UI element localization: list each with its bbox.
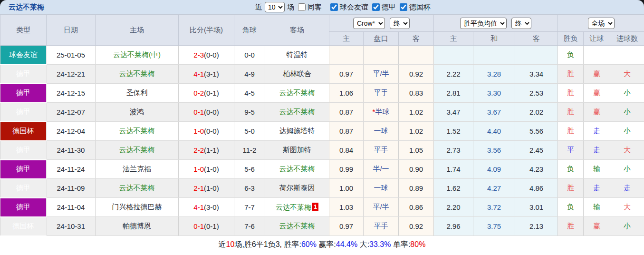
single-rate-value: 80% — [410, 240, 425, 249]
recent-count-select[interactable]: 10 — [265, 2, 285, 12]
handicap-cell: 一球 — [364, 179, 399, 198]
avg-away-odds: 3.01 — [515, 198, 558, 217]
date-cell: 24-12-21 — [47, 65, 96, 84]
matches-label: 场 — [287, 3, 294, 12]
away-team[interactable]: 达姆施塔特 — [265, 122, 329, 141]
home-team[interactable]: 云达不莱梅(中) — [96, 46, 179, 65]
result-cell: 平 — [558, 141, 584, 160]
date-cell: 24-10-31 — [47, 217, 96, 236]
away-team[interactable]: 特温特 — [265, 46, 329, 65]
same-venue-checkbox[interactable] — [298, 3, 306, 11]
avg-time-select[interactable]: 终 — [511, 18, 531, 29]
avg-home-odds: 1.62 — [434, 179, 473, 198]
crow-home-odds: 0.97 — [329, 217, 364, 236]
league-type-cell: 德国杯 — [0, 217, 47, 236]
score-cell: 0-1(0-0) — [179, 103, 234, 122]
date-cell: 24-12-07 — [47, 103, 96, 122]
handicap-cell: 平手 — [364, 217, 399, 236]
home-team[interactable]: 门兴格拉德巴赫 — [96, 198, 179, 217]
full-score: 2-3 — [193, 51, 204, 59]
handicap-rate-label: 赢率: — [317, 240, 336, 250]
col-header-home: 主场 — [96, 15, 179, 46]
sub-header-crow-away: 客 — [399, 32, 434, 46]
date-cell: 25-01-05 — [47, 46, 96, 65]
crow-away-odds: 0.92 — [399, 65, 434, 84]
odds-time-select[interactable]: 终 — [390, 18, 410, 29]
avg-away-odds: 3.34 — [515, 65, 558, 84]
win-rate-value: 60% — [301, 240, 317, 249]
avg-home-odds: 2.20 — [434, 198, 473, 217]
avg-home-odds: 3.47 — [434, 103, 473, 122]
away-team[interactable]: 荷尔斯泰因 — [265, 179, 329, 198]
date-cell: 24-11-09 — [47, 179, 96, 198]
avg-away-odds: 2.02 — [515, 103, 558, 122]
home-team[interactable]: 云达不莱梅 — [96, 122, 179, 141]
result-cell: 胜 — [558, 122, 584, 141]
away-team[interactable]: 斯图加特 — [265, 141, 329, 160]
same-venue-label[interactable]: 同客 — [308, 3, 322, 12]
half-score: (0-0) — [204, 108, 219, 116]
crow-away-odds: 0.90 — [399, 160, 434, 179]
home-team[interactable]: 帕德博恩 — [96, 217, 179, 236]
avg-home-odds: 2.81 — [434, 84, 473, 103]
crow-away-odds: 0.83 — [399, 84, 434, 103]
full-score: 1-0 — [193, 165, 204, 173]
score-cell: 1-0(0-0) — [179, 122, 234, 141]
handicap-result-cell: 赢 — [584, 65, 610, 84]
away-team[interactable]: 柏林联合 — [265, 65, 329, 84]
full-score: 4-1 — [193, 70, 204, 78]
table-row: 德国杯 24-10-31 帕德博恩 0-1(0-1) 7-6 云达不莱梅 0.9… — [0, 217, 644, 236]
table-row: 德甲 24-12-15 圣保利 0-2(0-1) 4-5 云达不莱梅 1.06 … — [0, 84, 644, 103]
half-score: (0-0) — [204, 127, 219, 135]
goals-result-cell: 小 — [610, 103, 644, 122]
home-team[interactable]: 云达不莱梅 — [96, 141, 179, 160]
filter-controls: 近 10 场 同客 球会友谊 德甲 德国杯 — [255, 0, 431, 14]
bundesliga-filter-checkbox[interactable] — [372, 3, 380, 11]
handicap-result-cell: 走 — [584, 141, 610, 160]
avg-draw-odds: 3.30 — [473, 84, 515, 103]
home-team[interactable]: 云达不莱梅 — [96, 179, 179, 198]
german-cup-filter-label[interactable]: 德国杯 — [409, 3, 431, 12]
col-header-type: 类型 — [0, 15, 47, 46]
odds-company-select[interactable]: Crow* — [353, 18, 385, 29]
away-team[interactable]: 云达不莱梅1 — [265, 198, 329, 217]
handicap-result-cell: 赢 — [584, 84, 610, 103]
match-history-panel: 云达不莱梅 近 10 场 同客 球会友谊 德甲 德国杯 类型 — [0, 0, 644, 255]
result-cell: 负 — [558, 160, 584, 179]
friendly-filter-label[interactable]: 球会友谊 — [340, 3, 368, 12]
full-score: 2-1 — [193, 184, 204, 192]
goals-result-cell: 走 — [610, 179, 644, 198]
home-team[interactable]: 圣保利 — [96, 84, 179, 103]
away-team[interactable]: 云达不莱梅 — [265, 84, 329, 103]
home-team[interactable]: 云达不莱梅 — [96, 65, 179, 84]
home-team[interactable]: 法兰克福 — [96, 160, 179, 179]
crow-home-odds: 0.87 — [329, 122, 364, 141]
team-title: 云达不莱梅 — [9, 3, 44, 12]
goals-result-cell: 大 — [610, 65, 644, 84]
away-team[interactable]: 云达不莱梅 — [265, 217, 329, 236]
league-type-cell: 球会友谊 — [0, 46, 47, 65]
home-team[interactable]: 波鸿 — [96, 103, 179, 122]
scope-select[interactable]: 全场 — [588, 18, 615, 29]
avg-company-select[interactable]: 胜平负均值 — [460, 18, 507, 29]
table-row: 德甲 24-11-04 门兴格拉德巴赫 4-1(3-0) 7-7 云达不莱梅1 … — [0, 198, 644, 217]
single-rate-label: 单率: — [391, 240, 410, 250]
bundesliga-filter-label[interactable]: 德甲 — [382, 3, 396, 12]
win-rate-label: 胜率: — [284, 240, 301, 250]
crow-home-odds: 1.06 — [329, 84, 364, 103]
friendly-filter-checkbox[interactable] — [330, 3, 338, 11]
crow-home-odds: 0.87 — [329, 103, 364, 122]
away-team[interactable]: 云达不莱梅 — [265, 103, 329, 122]
handicap-cell: 平手 — [364, 84, 399, 103]
score-cell: 4-1(3-1) — [179, 65, 234, 84]
sub-header-let: 让球 — [584, 32, 610, 46]
date-cell: 24-11-04 — [47, 198, 96, 217]
away-team[interactable]: 云达不莱梅 — [265, 160, 329, 179]
result-cell: 负 — [558, 46, 584, 65]
avg-odds-group-header: 胜平负均值 终 — [434, 15, 558, 32]
table-row: 球会友谊 25-01-05 云达不莱梅(中) 2-3(0-0) 0-0 特温特 … — [0, 46, 644, 65]
col-header-corner: 角球 — [234, 15, 265, 46]
avg-away-odds: 2.13 — [515, 217, 558, 236]
german-cup-filter-checkbox[interactable] — [400, 3, 407, 11]
result-cell: 负 — [558, 198, 584, 217]
